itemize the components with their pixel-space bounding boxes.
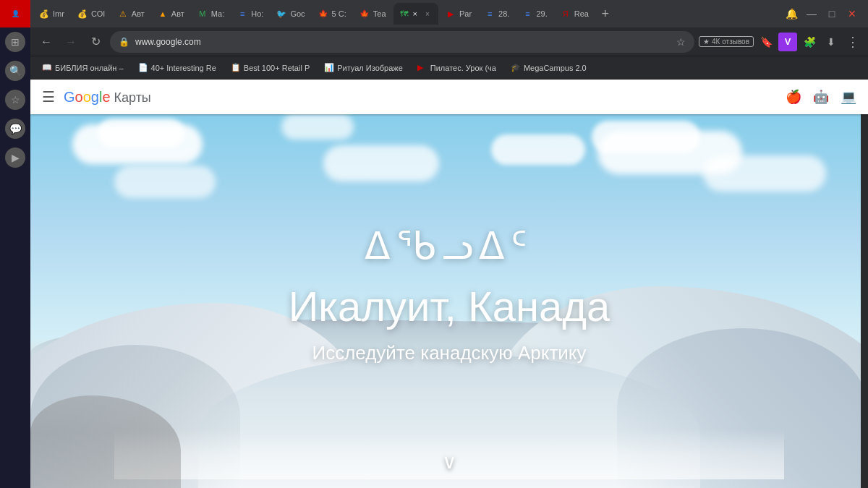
tab-28[interactable]: ≡ 28.: [479, 3, 515, 25]
new-tab-button[interactable]: +: [596, 4, 615, 23]
address-bar[interactable]: 🔒 www.google.com ☆: [110, 31, 694, 53]
tab-rea[interactable]: Я Rea: [555, 3, 595, 25]
toolbar: ← → ↻ 🔒 www.google.com ☆ ★ 4К отзывов 🔖 …: [30, 27, 868, 56]
tab-map-label: Ма:: [211, 9, 224, 18]
bookmark-button[interactable]: 🔖: [757, 33, 775, 51]
tab-gmaps-favicon: 🗺: [399, 9, 409, 19]
close-button[interactable]: ✕: [845, 7, 859, 21]
cloud-4: [592, 121, 700, 153]
notifications-icon[interactable]: 🔔: [784, 7, 799, 21]
star-icon: ★: [703, 38, 710, 46]
tab-goo-label: Goc: [290, 9, 305, 18]
tab-28-label: 28.: [498, 9, 509, 18]
desktop-icon[interactable]: 💻: [841, 89, 856, 105]
os-icon-2[interactable]: 🔍: [5, 61, 25, 81]
forward-button[interactable]: →: [61, 32, 81, 52]
os-icon-4[interactable]: 💬: [5, 119, 25, 139]
os-icon-5[interactable]: ▶: [5, 147, 25, 168]
tab-28-favicon: ≡: [485, 9, 495, 19]
tab-imr-label: Imr: [53, 9, 64, 18]
window-controls: 🔔 — □ ✕: [784, 7, 865, 21]
toolbar-actions: ★ 4К отзывов 🔖 V 🧩 ⬇ ⋮: [699, 33, 862, 51]
tab-tea-favicon: 🍁: [359, 9, 370, 19]
tab-par[interactable]: ▶ Par: [440, 3, 477, 25]
tab-rea-favicon: Я: [561, 9, 571, 19]
gmaps-menu-icon[interactable]: ☰: [42, 88, 55, 106]
tab-5c-favicon: 🍁: [318, 9, 328, 19]
scroll-down-chevron[interactable]: ∨: [442, 450, 457, 474]
tab-avt1-label: Авт: [132, 9, 145, 18]
cloud-7: [281, 114, 354, 140]
tab-avt2-favicon: ▲: [158, 9, 168, 19]
bookmark-40-icon: 📄: [138, 63, 148, 73]
tab-nom-label: Но:: [251, 9, 263, 18]
tab-goo-favicon: 🐦: [276, 9, 286, 19]
bookmark-icon[interactable]: ☆: [676, 36, 686, 48]
gmaps-logo: Google Карты: [64, 89, 151, 106]
tab-avt1[interactable]: ⚠ Авт: [112, 3, 150, 25]
hero-section: ᐃᖃᓗᐃᑦ Икалуит, Канада Исследуйте канадск…: [30, 114, 868, 488]
extensions-button[interactable]: 🧩: [800, 33, 819, 51]
os-login-button[interactable]: 👤: [0, 0, 30, 27]
bookmark-bible[interactable]: 📖 БИБЛИЯ онлайн –: [36, 59, 129, 77]
tab-par-favicon: ▶: [446, 9, 456, 19]
tab-map[interactable]: M Ма:: [192, 3, 230, 25]
city-name-text: Икалуит, Канада: [289, 282, 610, 330]
tab-29-favicon: ≡: [522, 9, 532, 19]
browser-window: 💰 Imr 💰 COl ⚠ Авт ▲ Авт M Ма: ≡ Но: 🐦 Go…: [30, 0, 868, 488]
back-button[interactable]: ←: [36, 32, 56, 52]
tab-nom-favicon: ≡: [237, 9, 247, 19]
tab-map-favicon: M: [197, 9, 208, 19]
gmaps-header: ☰ Google Карты 🍎 🤖 💻: [30, 80, 868, 114]
bookmark-mega[interactable]: 🎓 MegaCampus 2.0: [505, 59, 592, 77]
bookmark-ritual[interactable]: 📊 Ритуал Изображе: [318, 59, 409, 77]
os-icon-3[interactable]: ☆: [5, 90, 25, 110]
download-button[interactable]: ⬇: [822, 33, 841, 51]
tab-avt2[interactable]: ▲ Авт: [152, 3, 190, 25]
bookmark-mega-icon: 🎓: [511, 63, 521, 73]
os-icon-1[interactable]: ⊞: [5, 32, 25, 52]
address-text: www.google.com: [135, 37, 671, 47]
tab-gmaps-close[interactable]: ×: [422, 9, 433, 19]
tab-col[interactable]: 💰 COl: [72, 3, 111, 25]
bookmark-40[interactable]: 📄 40+ Interesting Re: [132, 59, 222, 77]
tab-tea[interactable]: 🍁 Tea: [354, 3, 392, 25]
tab-gmaps[interactable]: 🗺 × ×: [393, 3, 438, 25]
tab-imr[interactable]: 💰 Imr: [33, 3, 70, 25]
cloud-5: [323, 145, 439, 181]
bookmarks-bar: 📖 БИБЛИЯ онлайн – 📄 40+ Interesting Re 📋…: [30, 56, 868, 80]
tab-par-label: Par: [459, 9, 472, 18]
maximize-button[interactable]: □: [825, 7, 839, 21]
bookmark-pilates[interactable]: ▶ Пилатес. Урок (ча: [412, 59, 502, 77]
bookmark-40-label: 40+ Interesting Re: [151, 64, 216, 72]
bookmark-mega-label: MegaCampus 2.0: [524, 64, 587, 72]
cloud-8: [703, 155, 826, 192]
bookmark-bible-label: БИБЛИЯ онлайн –: [55, 64, 124, 72]
titlebar: 💰 Imr 💰 COl ⚠ Авт ▲ Авт M Ма: ≡ Но: 🐦 Go…: [30, 0, 868, 27]
tab-avt1-favicon: ⚠: [118, 9, 128, 19]
tab-col-label: COl: [91, 9, 105, 18]
reviews-text: 4К отзывов: [712, 38, 749, 46]
tab-5c[interactable]: 🍁 5 С:: [312, 3, 352, 25]
tab-avt2-label: Авт: [171, 9, 184, 18]
tab-col-favicon: 💰: [77, 9, 88, 19]
tab-rea-label: Rea: [574, 9, 589, 18]
cloud-2: [98, 119, 184, 147]
lock-icon: 🔒: [119, 37, 129, 47]
android-icon[interactable]: 🤖: [813, 89, 829, 105]
reload-button[interactable]: ↻: [85, 32, 106, 52]
tab-29-label: 29.: [536, 9, 547, 18]
gmaps-header-icons: 🍎 🤖 💻: [786, 89, 856, 105]
reviews-badge[interactable]: ★ 4К отзывов: [699, 36, 754, 47]
profile-button[interactable]: V: [778, 33, 797, 51]
apple-icon[interactable]: 🍎: [786, 89, 801, 105]
tab-nom[interactable]: ≡ Но:: [231, 3, 269, 25]
menu-button[interactable]: ⋮: [843, 33, 862, 51]
minimize-button[interactable]: —: [804, 7, 819, 21]
tab-goo[interactable]: 🐦 Goc: [271, 3, 310, 25]
scrollbar[interactable]: [861, 80, 868, 488]
cloud-9: [114, 166, 216, 198]
os-sidebar: 👤 ⊞ 🔍 ☆ 💬 ▶: [0, 0, 30, 488]
bookmark-best[interactable]: 📋 Best 100+ Retail P: [225, 59, 315, 77]
tab-29[interactable]: ≡ 29.: [516, 3, 553, 25]
